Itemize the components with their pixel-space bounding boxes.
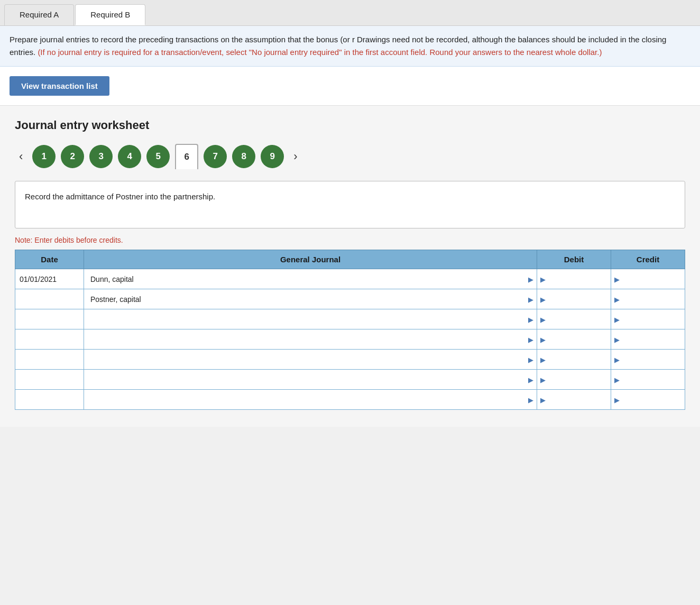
dropdown-arrow-icon: ▶ [528,315,533,323]
entry-cell-4[interactable]: ▶ [84,329,537,350]
date-cell-4 [15,329,84,350]
credit-cell-1[interactable]: ▶ [611,269,685,289]
credit-dropdown-icon-6: ▶ [614,375,620,383]
prev-step-button[interactable]: ‹ [15,148,27,166]
table-row: 01/01/2021 Dunn, capital ▶ ▶ ▶ [15,269,685,289]
date-cell-7 [15,390,84,410]
instruction-area: Prepare journal entries to record the pr… [0,26,700,67]
col-header-debit: Debit [537,250,611,269]
table-row: ▶ ▶ ▶ [15,329,685,350]
step-navigation: ‹ 1 2 3 4 5 6 7 8 9 › [15,144,685,169]
credit-dropdown-icon-2: ▶ [614,295,620,303]
dropdown-arrow-icon: ▶ [528,295,533,303]
debit-cell-7[interactable]: ▶ [537,390,611,410]
col-header-journal: General Journal [84,250,537,269]
table-row: ▶ ▶ ▶ [15,309,685,329]
step-btn-7[interactable]: 7 [204,145,227,168]
dropdown-arrow-icon: ▶ [528,375,533,383]
date-cell-3 [15,309,84,329]
debit-cell-1[interactable]: ▶ [537,269,611,289]
next-step-button[interactable]: › [289,148,301,166]
step-btn-3[interactable]: 3 [89,145,113,168]
credit-dropdown-icon-7: ▶ [614,396,620,404]
entry-cell-5[interactable]: ▶ [84,350,537,370]
note-text: Note: Enter debits before credits. [15,236,685,244]
step-btn-6[interactable]: 6 [175,144,198,169]
debit-cell-6[interactable]: ▶ [537,370,611,390]
entry-cell-7[interactable]: ▶ [84,390,537,410]
instruction-red-text: (If no journal entry is required for a t… [38,48,602,57]
date-cell-2 [15,289,84,309]
tab-required-b[interactable]: Required B [75,4,145,25]
table-row: Postner, capital ▶ ▶ ▶ [15,289,685,309]
debit-dropdown-icon-4: ▶ [540,335,546,343]
debit-dropdown-icon-3: ▶ [540,315,546,323]
step-btn-4[interactable]: 4 [118,145,141,168]
date-cell-5 [15,350,84,370]
date-cell-6 [15,370,84,390]
task-description-text: Record the admittance of Postner into th… [25,192,215,201]
dropdown-arrow-icon: ▶ [528,275,533,283]
table-row: ▶ ▶ ▶ [15,390,685,410]
worksheet-panel: Journal entry worksheet ‹ 1 2 3 4 5 6 7 … [0,106,700,427]
tabs-bar: Required A Required B [0,0,700,26]
credit-cell-6[interactable]: ▶ [611,370,685,390]
credit-dropdown-icon-1: ▶ [614,275,620,283]
date-cell-1: 01/01/2021 [15,269,84,289]
dropdown-arrow-icon: ▶ [528,396,533,404]
debit-cell-4[interactable]: ▶ [537,329,611,350]
credit-dropdown-icon-5: ▶ [614,355,620,363]
dropdown-arrow-icon: ▶ [528,335,533,343]
credit-dropdown-icon-4: ▶ [614,335,620,343]
table-row: ▶ ▶ ▶ [15,350,685,370]
task-description-box: Record the admittance of Postner into th… [15,181,685,228]
debit-dropdown-icon-1: ▶ [540,275,546,283]
col-header-date: Date [15,250,84,269]
credit-cell-2[interactable]: ▶ [611,289,685,309]
debit-cell-5[interactable]: ▶ [537,350,611,370]
step-btn-1[interactable]: 1 [32,145,56,168]
step-btn-5[interactable]: 5 [146,145,170,168]
col-header-credit: Credit [611,250,685,269]
entry-cell-3[interactable]: ▶ [84,309,537,329]
journal-table: Date General Journal Debit Credit 01/01/… [15,250,685,410]
entry-cell-2[interactable]: Postner, capital ▶ [84,289,537,309]
debit-dropdown-icon-2: ▶ [540,295,546,303]
worksheet-title: Journal entry worksheet [15,118,685,132]
entry-cell-6[interactable]: ▶ [84,370,537,390]
debit-dropdown-icon-5: ▶ [540,355,546,363]
credit-cell-7[interactable]: ▶ [611,390,685,410]
credit-cell-4[interactable]: ▶ [611,329,685,350]
table-row: ▶ ▶ ▶ [15,370,685,390]
debit-dropdown-icon-7: ▶ [540,396,546,404]
debit-dropdown-icon-6: ▶ [540,375,546,383]
entry-cell-1[interactable]: Dunn, capital ▶ [84,269,537,289]
debit-cell-2[interactable]: ▶ [537,289,611,309]
step-btn-9[interactable]: 9 [261,145,284,168]
credit-dropdown-icon-3: ▶ [614,315,620,323]
tab-required-a[interactable]: Required A [4,4,74,25]
debit-cell-3[interactable]: ▶ [537,309,611,329]
step-btn-8[interactable]: 8 [232,145,255,168]
credit-cell-5[interactable]: ▶ [611,350,685,370]
view-transaction-button[interactable]: View transaction list [10,76,109,96]
dropdown-arrow-icon: ▶ [528,355,533,363]
credit-cell-3[interactable]: ▶ [611,309,685,329]
step-btn-2[interactable]: 2 [61,145,84,168]
